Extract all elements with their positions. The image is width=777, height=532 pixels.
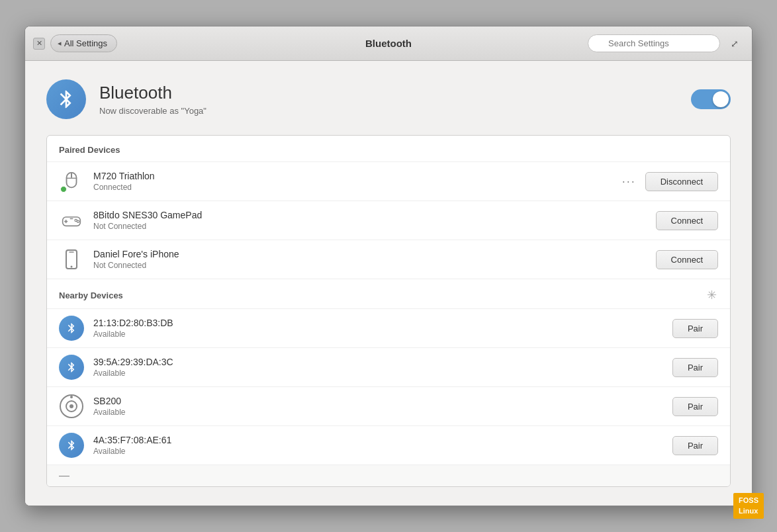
bluetooth-subtitle: Now discoverable as "Yoga" (99, 106, 206, 116)
titlebar-left: ✕ All Settings (33, 34, 117, 52)
device-info: M720 Triathlon Connected (93, 171, 610, 192)
svg-point-16 (70, 396, 73, 398)
connected-dot (60, 186, 67, 193)
device-name: SB200 (93, 396, 663, 406)
nearby-devices-title: Nearby Devices (59, 290, 123, 300)
device-icon-gamepad (59, 208, 84, 233)
device-name: 21:13:D2:80:B3:DB (93, 318, 663, 328)
foss-line1: FOSS (739, 496, 758, 506)
svg-point-15 (69, 404, 73, 408)
connect-button[interactable]: Connect (656, 250, 718, 269)
device-status: Not Connected (93, 222, 647, 231)
device-status: Available (93, 408, 663, 417)
table-row: Daniel Fore's iPhone Not Connected Conne… (47, 240, 730, 279)
pair-button[interactable]: Pair (672, 319, 718, 338)
content-area: Bluetooth Now discoverable as "Yoga" Pai… (25, 61, 752, 506)
nearby-devices-header: Nearby Devices ✳ (47, 279, 730, 308)
search-wrapper: 🔍 (588, 34, 720, 52)
device-info: SB200 Available (93, 396, 663, 417)
back-label: All Settings (64, 38, 107, 48)
scanning-spinner: ✳ (705, 288, 718, 302)
device-actions: Connect (656, 250, 718, 269)
svg-point-8 (77, 220, 79, 222)
table-row: 39:5A:29:39:DA:3C Available Pair (47, 347, 730, 386)
device-actions: Connect (656, 211, 718, 230)
device-icon-mouse (59, 169, 84, 194)
device-info: Daniel Fore's iPhone Not Connected (93, 249, 647, 270)
device-name: M720 Triathlon (93, 171, 610, 181)
device-icon-bluetooth (59, 355, 84, 380)
device-name: 8Bitdo SNES30 GamePad (93, 210, 647, 220)
foss-badge: FOSS Linux (733, 493, 764, 519)
pair-button[interactable]: Pair (672, 358, 718, 377)
back-button[interactable]: All Settings (50, 34, 117, 52)
toggle-knob (713, 91, 729, 107)
pair-button[interactable]: Pair (672, 436, 718, 455)
bottom-bar: — (47, 465, 730, 486)
svg-rect-9 (70, 218, 73, 220)
device-name: 39:5A:29:39:DA:3C (93, 357, 663, 367)
device-status: Not Connected (93, 261, 647, 270)
toggle-track (691, 89, 731, 109)
main-window: ✕ All Settings Bluetooth 🔍 ⤢ (24, 26, 753, 506)
devices-panel: Paired Devices M720 Triathlon Connected (46, 135, 731, 487)
device-actions: Pair (672, 436, 718, 455)
device-name: Daniel Fore's iPhone (93, 249, 647, 259)
svg-point-12 (71, 266, 73, 268)
device-status: Connected (93, 183, 610, 192)
table-row: SB200 Available Pair (47, 386, 730, 425)
foss-line2: Linux (739, 506, 758, 516)
search-input[interactable] (588, 34, 720, 52)
bluetooth-title-block: Bluetooth Now discoverable as "Yoga" (99, 83, 206, 116)
device-actions: Pair (672, 319, 718, 338)
window-title: Bluetooth (365, 38, 412, 49)
bluetooth-toggle[interactable] (691, 89, 731, 109)
paired-devices-title: Paired Devices (47, 136, 730, 161)
table-row: M720 Triathlon Connected ··· Disconnect (47, 161, 730, 200)
bluetooth-icon (46, 79, 86, 119)
table-row: 21:13:D2:80:B3:DB Available Pair (47, 308, 730, 347)
bt-header-left: Bluetooth Now discoverable as "Yoga" (46, 79, 206, 119)
more-options-button[interactable]: ··· (619, 173, 639, 190)
device-icon-bluetooth (59, 433, 84, 458)
device-actions: Pair (672, 358, 718, 377)
device-info: 4A:35:F7:08:AE:61 Available (93, 435, 663, 456)
pair-button[interactable]: Pair (672, 397, 718, 416)
device-status: Available (93, 447, 663, 456)
table-row: 8Bitdo SNES30 GamePad Not Connected Conn… (47, 200, 730, 240)
expand-button[interactable]: ⤢ (725, 34, 744, 53)
minimize-button[interactable]: — (59, 470, 718, 481)
device-status: Available (93, 330, 663, 339)
table-row: 4A:35:F7:08:AE:61 Available Pair (47, 425, 730, 465)
titlebar: ✕ All Settings Bluetooth 🔍 ⤢ (25, 26, 752, 61)
device-actions: ··· Disconnect (619, 172, 718, 191)
device-info: 21:13:D2:80:B3:DB Available (93, 318, 663, 339)
device-name: 4A:35:F7:08:AE:61 (93, 435, 663, 445)
connect-button[interactable]: Connect (656, 211, 718, 230)
svg-rect-6 (64, 221, 68, 222)
device-info: 39:5A:29:39:DA:3C Available (93, 357, 663, 378)
device-icon-speaker (59, 394, 84, 419)
device-info: 8Bitdo SNES30 GamePad Not Connected (93, 210, 647, 231)
device-status: Available (93, 369, 663, 378)
device-icon-bluetooth (59, 316, 84, 341)
bluetooth-header: Bluetooth Now discoverable as "Yoga" (46, 79, 731, 119)
device-actions: Pair (672, 397, 718, 416)
bluetooth-title: Bluetooth (99, 83, 206, 103)
titlebar-right: 🔍 ⤢ (588, 34, 744, 53)
disconnect-button[interactable]: Disconnect (645, 172, 718, 191)
device-icon-phone (59, 247, 84, 272)
close-button[interactable]: ✕ (33, 38, 45, 50)
